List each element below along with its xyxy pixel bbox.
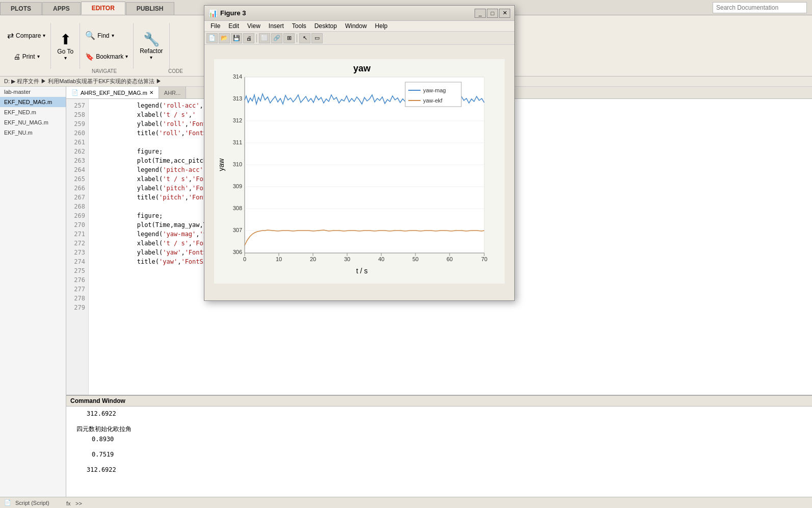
search-docs-input[interactable] bbox=[713, 2, 807, 13]
fig-tool-new[interactable]: 📄 bbox=[206, 33, 218, 43]
toolbar-refactor-group: 🔧 Refactor ▾ bbox=[134, 23, 169, 69]
tab-publish[interactable]: PUBLISH bbox=[126, 2, 174, 15]
bookmark-button[interactable]: 🔖 Bookmark ▾ bbox=[85, 53, 128, 61]
goto-button[interactable]: ⬆ Go To ▾ bbox=[57, 31, 73, 61]
navigate-label: NAVIGATE bbox=[92, 68, 117, 74]
svg-text:t / s: t / s bbox=[356, 267, 368, 275]
figure-menu-help[interactable]: Help bbox=[371, 21, 392, 31]
tab-apps[interactable]: APPS bbox=[42, 2, 81, 15]
file-tab-inactive[interactable]: AHR... bbox=[159, 87, 186, 98]
fig-tool-open[interactable]: 📂 bbox=[219, 33, 230, 43]
figure-menu-insert[interactable]: Insert bbox=[265, 21, 288, 31]
file-tab-active[interactable]: 📄 AHRS_EKF_NED_MAG.m ✕ bbox=[66, 87, 159, 98]
figure-maximize-btn[interactable]: □ bbox=[487, 9, 498, 18]
command-content[interactable]: 312.6922 四元数初始化欧拉角 0.8930 0.7519 312.692… bbox=[66, 407, 812, 477]
cmd-line-4: 0.8930 bbox=[76, 434, 802, 444]
svg-text:313: 313 bbox=[233, 95, 242, 101]
refactor-button[interactable]: 🔧 Refactor ▾ bbox=[140, 32, 163, 60]
sidebar-item-ekf-ned-mag[interactable]: EKF_NED_MAG.m bbox=[0, 97, 66, 107]
cmd-line-8: 312.6922 bbox=[76, 465, 802, 475]
figure-icon: 📊 bbox=[208, 9, 217, 17]
svg-text:306: 306 bbox=[233, 249, 242, 255]
sidebar-item-ekf-ned[interactable]: EKF_NED.m bbox=[0, 107, 66, 117]
svg-text:yaw: yaw bbox=[217, 158, 225, 171]
fig-tool-print[interactable]: 🖨 bbox=[243, 33, 254, 43]
file-tab-close-active[interactable]: ✕ bbox=[149, 90, 153, 95]
sidebar: lab-master EKF_NED_MAG.m EKF_NED.m EKF_N… bbox=[0, 87, 66, 497]
status-script-type: Script (Script) bbox=[15, 500, 49, 506]
svg-text:311: 311 bbox=[233, 139, 242, 145]
compare-button[interactable]: ⇄ Compare ▾ bbox=[7, 31, 45, 40]
toolbar-find-group: 🔍 Find ▾ 🔖 Bookmark ▾ bbox=[80, 23, 134, 69]
svg-text:yaw: yaw bbox=[353, 63, 371, 73]
fig-tool-zoom-window[interactable]: ⬜ bbox=[259, 33, 270, 43]
svg-text:10: 10 bbox=[276, 256, 282, 262]
command-window-title: Command Window bbox=[66, 396, 812, 407]
svg-text:40: 40 bbox=[378, 256, 384, 262]
toolbar-compare-group: ⇄ Compare ▾ 🖨 Print ▾ bbox=[2, 23, 51, 69]
figure-minimize-btn[interactable]: _ bbox=[475, 9, 486, 18]
toolbar-navigate-group: ⬆ Go To ▾ bbox=[51, 23, 80, 69]
figure-menu-edit[interactable]: Edit bbox=[224, 21, 243, 31]
sidebar-item-labmaster[interactable]: lab-master bbox=[0, 87, 66, 97]
fig-tool-link[interactable]: 🔗 bbox=[271, 33, 282, 43]
find-button[interactable]: 🔍 Find ▾ bbox=[85, 31, 114, 40]
cmd-line-6: 0.7519 bbox=[76, 449, 802, 460]
line-numbers: 257 258 259 260 261 262 263 264 265 266 … bbox=[66, 99, 89, 406]
figure-menu-window[interactable]: Window bbox=[341, 21, 371, 31]
svg-text:314: 314 bbox=[233, 73, 242, 80]
svg-text:70: 70 bbox=[481, 256, 487, 262]
print-button[interactable]: 🖨 Print ▾ bbox=[13, 53, 40, 61]
svg-text:309: 309 bbox=[233, 183, 242, 189]
figure-toolbar: 📄 📂 💾 🖨 ⬜ 🔗 ⊞ ↖ ▭ bbox=[204, 32, 514, 45]
status-bar: 📄 Script (Script) fx >> bbox=[0, 497, 812, 508]
svg-text:310: 310 bbox=[233, 161, 242, 167]
svg-text:312: 312 bbox=[233, 117, 242, 123]
cmd-line-5 bbox=[76, 444, 802, 449]
svg-text:308: 308 bbox=[233, 205, 242, 211]
fig-tool-sep2 bbox=[297, 34, 297, 42]
svg-text:0: 0 bbox=[243, 256, 246, 262]
svg-text:307: 307 bbox=[233, 227, 242, 233]
command-window: Command Window 312.6922 四元数初始化欧拉角 0.8930… bbox=[66, 395, 812, 497]
code-label: CODE bbox=[168, 68, 183, 74]
svg-text:60: 60 bbox=[447, 256, 453, 262]
figure-title-text: Figure 3 bbox=[220, 9, 474, 17]
fig-tool-cursor[interactable]: ↖ bbox=[299, 33, 310, 43]
fig-tool-save[interactable]: 💾 bbox=[231, 33, 242, 43]
sidebar-item-ekf-nu-mag[interactable]: EKF_NU_MAG.m bbox=[0, 117, 66, 128]
tab-plots[interactable]: PLOTS bbox=[0, 2, 42, 15]
svg-text:yaw-mag: yaw-mag bbox=[423, 87, 446, 93]
figure-window: 📊 Figure 3 _ □ ✕ File Edit View Insert T… bbox=[204, 5, 515, 301]
figure-titlebar: 📊 Figure 3 _ □ ✕ bbox=[204, 6, 514, 21]
figure-menubar: File Edit View Insert Tools Desktop Wind… bbox=[204, 21, 514, 32]
sidebar-item-ekf-nu[interactable]: EKF_NU.m bbox=[0, 128, 66, 138]
cmd-line-2 bbox=[76, 419, 802, 424]
svg-text:20: 20 bbox=[310, 256, 316, 262]
figure-menu-desktop[interactable]: Desktop bbox=[310, 21, 341, 31]
cmd-line-1: 312.6922 bbox=[76, 409, 802, 419]
fig-tool-brush[interactable]: ▭ bbox=[311, 33, 323, 43]
fig-tool-sep1 bbox=[256, 34, 257, 42]
figure-close-btn[interactable]: ✕ bbox=[499, 9, 510, 18]
cmd-line-3: 四元数初始化欧拉角 bbox=[76, 424, 802, 434]
chart-container: yaw 314 313 bbox=[204, 45, 514, 298]
figure-menu-tools[interactable]: Tools bbox=[288, 21, 310, 31]
tab-editor[interactable]: EDITOR bbox=[81, 2, 125, 15]
svg-text:yaw-ekf: yaw-ekf bbox=[423, 97, 443, 104]
figure-menu-view[interactable]: View bbox=[243, 21, 265, 31]
svg-text:30: 30 bbox=[344, 256, 350, 262]
cmd-line-7 bbox=[76, 460, 802, 465]
chart-svg: yaw 314 313 bbox=[214, 59, 505, 284]
fig-tool-grid[interactable]: ⊞ bbox=[283, 33, 295, 43]
figure-menu-file[interactable]: File bbox=[206, 21, 224, 31]
svg-text:50: 50 bbox=[412, 256, 418, 262]
